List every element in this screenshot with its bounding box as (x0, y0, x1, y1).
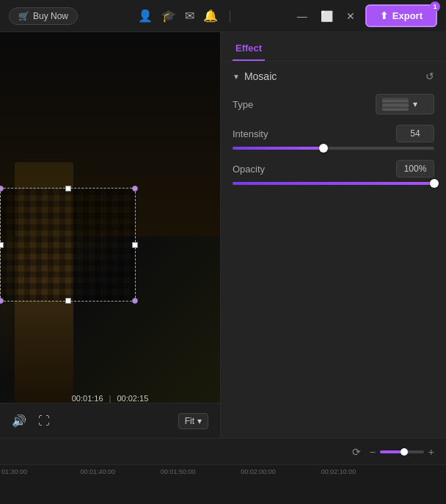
tab-effect-label: Effect (235, 43, 262, 54)
ruler-marks: 01:30:00 00:01:40:00 00:01:50:00 00:02:0… (0, 468, 446, 497)
minimize-button[interactable]: — (294, 9, 310, 23)
intensity-input[interactable] (396, 125, 434, 142)
video-content (0, 32, 220, 403)
maximize-button[interactable]: ⬜ (318, 9, 336, 23)
intensity-slider-track[interactable] (233, 147, 434, 150)
handle-bottom-left[interactable] (0, 298, 4, 304)
bell-icon[interactable]: 🔔 (203, 9, 218, 23)
ruler-label-4: 00:02:10:00 (321, 468, 357, 475)
zoom-in-icon[interactable]: + (428, 446, 434, 458)
zoom-out-icon[interactable]: − (370, 446, 376, 458)
mosaic-section: ▼ Mosaic ↺ Type ▾ Intensity (221, 62, 446, 204)
timeline: ⟳ − + 01:30:00 00:01:40:00 00:01:50:00 0… (0, 438, 446, 504)
user-icon[interactable]: 👤 (138, 9, 153, 23)
buy-now-label: Buy Now (33, 11, 68, 21)
fit-label: Fit (185, 416, 194, 426)
opacity-header: Opacity (233, 160, 434, 178)
type-dropdown[interactable]: ▾ (376, 94, 434, 114)
export-label: Export (392, 10, 423, 21)
time-divider: | (109, 394, 112, 403)
fit-dropdown[interactable]: Fit ▾ (178, 413, 208, 429)
export-badge-number: 1 (430, 1, 440, 12)
effect-panel: Effect ▼ Mosaic ↺ Type ▾ (220, 32, 446, 438)
intensity-row: Intensity (233, 125, 434, 150)
export-badge-container: 1 ⬆ Export (365, 4, 437, 27)
titlebar-right: — ⬜ ✕ 1 ⬆ Export (294, 4, 437, 27)
intensity-slider-thumb[interactable] (319, 144, 328, 153)
ruler-label-2: 00:01:50:00 (161, 468, 196, 475)
type-label: Type (233, 99, 284, 110)
mosaic-title-container: ▼ Mosaic (233, 70, 277, 82)
mosaic-header: ▼ Mosaic ↺ (233, 70, 434, 82)
timeline-toolbar: ⟳ − + (0, 439, 446, 465)
video-preview: 00:01:16 | 00:02:15 🔊 ⛶ Fit ▾ (0, 32, 220, 438)
main-content: 00:01:16 | 00:02:15 🔊 ⛶ Fit ▾ Effect ▼ (0, 32, 446, 438)
video-timestamps: 00:01:16 | 00:02:15 (72, 394, 149, 403)
opacity-input[interactable] (396, 160, 434, 178)
volume-button[interactable]: 🔊 (12, 414, 26, 428)
total-time: 00:02:15 (117, 394, 148, 403)
crop-button[interactable]: ⛶ (38, 414, 50, 428)
handle-mid-left[interactable] (0, 242, 4, 248)
reset-icon[interactable]: ↺ (425, 70, 434, 82)
buy-now-button[interactable]: 🛒 Buy Now (9, 7, 78, 25)
opacity-label: Opacity (233, 164, 284, 175)
intensity-label: Intensity (233, 128, 284, 139)
graduation-cap-icon[interactable]: 🎓 (161, 9, 176, 23)
mosaic-selection-box[interactable] (0, 188, 136, 302)
export-icon: ⬆ (380, 10, 388, 21)
zoom-track[interactable] (380, 450, 424, 453)
effect-tabs: Effect (221, 32, 446, 62)
intensity-slider-fill (233, 147, 323, 150)
titlebar-icons: 👤 🎓 ✉ 🔔 (138, 9, 233, 23)
mail-icon[interactable]: ✉ (185, 9, 194, 23)
notification-badge: — (294, 10, 310, 23)
timeline-ruler: 01:30:00 00:01:40:00 00:01:50:00 00:02:0… (0, 465, 446, 504)
tab-effect[interactable]: Effect (233, 37, 265, 61)
ruler-label-0: 01:30:00 (1, 468, 27, 475)
ruler-label-1: 00:01:40:00 (80, 468, 115, 475)
video-canvas (0, 32, 220, 403)
handle-mid-bottom[interactable] (65, 298, 71, 304)
titlebar-divider (230, 10, 230, 22)
titlebar-left: 🛒 Buy Now (9, 7, 78, 25)
chevron-down-icon: ▾ (197, 416, 202, 426)
mosaic-overlay (1, 189, 135, 301)
preview-controls: 🔊 ⛶ Fit ▾ (0, 403, 220, 438)
export-button[interactable]: ⬆ Export (365, 4, 437, 27)
zoom-thumb[interactable] (401, 448, 408, 456)
handle-mid-right[interactable] (132, 242, 138, 248)
titlebar: 🛒 Buy Now 👤 🎓 ✉ 🔔 — ⬜ ✕ 1 ⬆ Export (0, 0, 446, 32)
handle-mid-top[interactable] (65, 186, 71, 191)
opacity-slider-fill (233, 182, 434, 185)
current-time: 00:01:16 (72, 394, 103, 403)
type-preview (382, 98, 409, 111)
zoom-slider: − + (370, 446, 434, 458)
opacity-slider-thumb[interactable] (430, 179, 439, 188)
refresh-icon[interactable]: ⟳ (352, 446, 361, 458)
mosaic-collapse-icon[interactable]: ▼ (233, 73, 240, 81)
mosaic-title: Mosaic (244, 70, 277, 82)
ruler-label-3: 00:02:00:00 (241, 468, 276, 475)
dropdown-chevron-icon: ▾ (413, 99, 417, 109)
intensity-header: Intensity (233, 125, 434, 142)
type-row: Type ▾ (233, 94, 434, 114)
cart-icon: 🛒 (18, 11, 29, 21)
opacity-slider-track[interactable] (233, 182, 434, 185)
opacity-row: Opacity (233, 160, 434, 185)
close-button[interactable]: ✕ (343, 9, 358, 23)
handle-bottom-right[interactable] (132, 298, 138, 304)
